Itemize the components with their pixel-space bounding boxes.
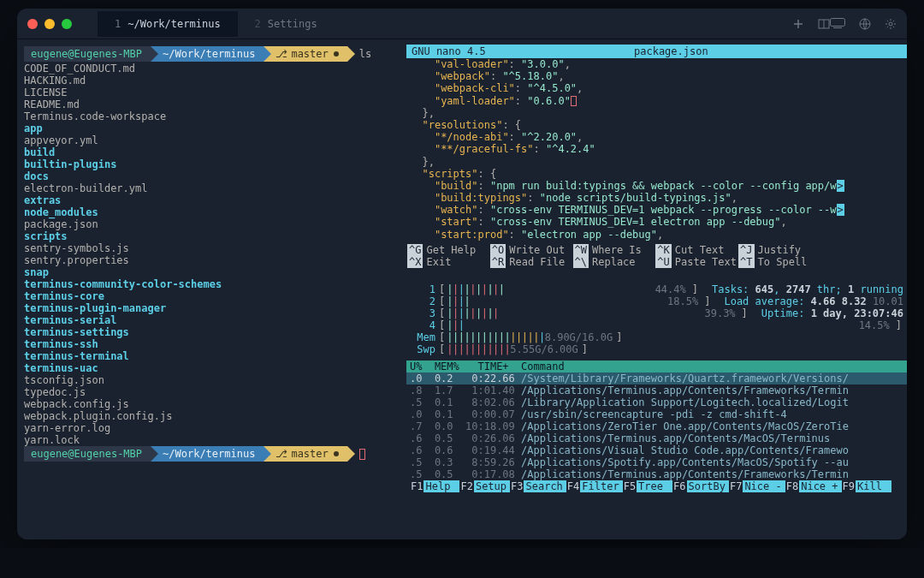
git-dirty-icon xyxy=(334,51,339,57)
svg-point-3 xyxy=(889,22,892,26)
ls-entry: terminus-community-color-schemes xyxy=(24,278,406,290)
pane-left[interactable]: eugene@Eugenes-MBP ~/Work/terminus ⎇ mas… xyxy=(17,39,406,539)
ls-entry: yarn.lock xyxy=(24,434,406,446)
htop-fkeys: F1HelpF2SetupF3SearchF4FilterF5TreeF6Sor… xyxy=(406,480,907,492)
minimize-icon[interactable] xyxy=(44,19,55,29)
maximize-icon[interactable] xyxy=(62,19,72,29)
ls-entry: LICENSE xyxy=(24,86,406,98)
ls-entry: extras xyxy=(24,194,406,206)
command-text: ls xyxy=(359,46,371,62)
ls-entry: builtin-plugins xyxy=(24,158,406,170)
ls-entry: terminus-serial xyxy=(24,314,406,326)
htop-process-row[interactable]: .5 0.5 0:17.08 /Applications/Terminus.ap… xyxy=(406,468,907,480)
ls-entry: terminus-ssh xyxy=(24,338,406,350)
htop-fkey[interactable]: F4Filter xyxy=(566,480,623,492)
nano-shortcut xyxy=(821,256,904,268)
panes: eugene@Eugenes-MBP ~/Work/terminus ⎇ mas… xyxy=(17,39,907,539)
nano-line: "watch": "cross-env TERMINUS_DEV=1 webpa… xyxy=(410,204,903,216)
nano-line: "resolutions": { xyxy=(410,119,903,131)
nano-shortcut: ^RRead File xyxy=(490,256,573,268)
tab-label: Settings xyxy=(268,18,317,30)
nano-shortcut: ^JJustify xyxy=(738,244,821,256)
nano-header: GNU nano 4.5 package.json xyxy=(406,45,907,58)
htop-fkey[interactable]: F3Search xyxy=(510,480,566,492)
git-branch-icon: ⎇ xyxy=(275,446,287,462)
htop-fkey[interactable]: F8Nice + xyxy=(785,480,842,492)
ls-entry: webpack.plugin.config.js xyxy=(24,410,406,422)
gear-icon[interactable] xyxy=(885,18,897,30)
terminal-window: 1~/Work/terminus2Settings eugene@Eugenes… xyxy=(17,9,907,539)
htop-process-row[interactable]: .0 0.2 0:22.66 /System/Library/Framework… xyxy=(406,372,907,384)
tab[interactable]: 2Settings xyxy=(238,11,335,37)
ls-entry: tsconfig.json xyxy=(24,374,406,386)
nano-line: "start": "cross-env TERMINUS_DEV=1 elect… xyxy=(410,216,903,228)
htop-process-row[interactable]: .0 0.1 0:00.07 /usr/sbin/screencapture -… xyxy=(406,408,907,420)
ls-entry: HACKING.md xyxy=(24,74,406,86)
nano-shortcut: ^\Replace xyxy=(573,256,656,268)
nano-line: "build:typings": "node scripts/build-typ… xyxy=(410,192,903,204)
keyboard-icon[interactable] xyxy=(830,18,845,30)
prompt-branch: ⎇ master xyxy=(264,446,346,462)
htop-meters: 1[||||||||||44.4%]Tasks: 645, 2747 thr; … xyxy=(406,283,907,355)
ls-entry: appveyor.yml xyxy=(24,134,406,146)
git-branch-icon: ⎇ xyxy=(275,46,287,62)
nano-shortcut: ^XExit xyxy=(407,256,490,268)
ls-entry: terminus-core xyxy=(24,290,406,302)
prompt: eugene@Eugenes-MBP ~/Work/terminus ⎇ mas… xyxy=(24,46,406,62)
htop-process-row[interactable]: .6 0.5 0:26.06 /Applications/Terminus.ap… xyxy=(406,432,907,444)
nano-shortcut: ^KCut Text xyxy=(655,244,738,256)
ls-entry: app xyxy=(24,122,406,134)
prompt-user: eugene@Eugenes-MBP xyxy=(24,46,151,62)
htop-swp-meter: Swp[|||||||||||5.55G/6.00G] xyxy=(410,343,903,355)
ls-entry: CODE_OF_CONDUCT.md xyxy=(24,63,406,74)
nano-line: "**/graceful-fs": "^4.2.4" xyxy=(410,143,903,155)
globe-icon[interactable] xyxy=(859,18,871,30)
ls-entry: sentry.properties xyxy=(24,254,406,266)
tab[interactable]: 1~/Work/terminus xyxy=(98,11,238,37)
htop-fkey[interactable]: F9Kill xyxy=(842,480,891,492)
nano-line: "*/node-abi": "^2.20.0", xyxy=(410,131,903,143)
nano-footer: ^GGet Help^OWrite Out^WWhere Is^KCut Tex… xyxy=(406,244,907,268)
new-tab-button[interactable] xyxy=(792,18,804,30)
htop-process-list: .0 0.2 0:22.66 /System/Library/Framework… xyxy=(406,372,907,480)
ls-entry: snap xyxy=(24,266,406,278)
nano-line: "start:prod": "electron app --debug", xyxy=(410,229,903,241)
ls-entry: package.json xyxy=(24,218,406,230)
ls-entry: sentry-symbols.js xyxy=(24,242,406,254)
htop-process-row[interactable]: .5 0.3 8:59.26 /Applications/Spotify.app… xyxy=(406,456,907,468)
htop-cpu-meter: 1[||||||||||44.4%]Tasks: 645, 2747 thr; … xyxy=(410,283,903,295)
htop-header: U% MEM% TIME+ Command xyxy=(406,361,907,372)
nano-title: GNU nano 4.5 xyxy=(412,45,600,58)
split-pane-button[interactable] xyxy=(818,18,830,30)
ls-entry: terminus-terminal xyxy=(24,350,406,362)
ls-entry: docs xyxy=(24,170,406,182)
svg-rect-1 xyxy=(831,18,845,26)
ls-entry: typedoc.js xyxy=(24,386,406,398)
pane-right[interactable]: GNU nano 4.5 package.json "val-loader": … xyxy=(406,39,907,539)
prompt-path: ~/Work/terminus xyxy=(151,46,264,62)
close-icon[interactable] xyxy=(27,19,38,29)
prompt-user: eugene@Eugenes-MBP xyxy=(24,446,151,462)
ls-entry: README.md xyxy=(24,98,406,110)
htop-fkey[interactable]: F2Setup xyxy=(459,480,510,492)
nano-shortcut: ^WWhere Is xyxy=(573,244,656,256)
tab-num: 1 xyxy=(115,18,121,30)
htop-fkey[interactable]: F5Tree xyxy=(623,480,672,492)
git-dirty-icon xyxy=(334,451,339,456)
nano-line: }, xyxy=(410,156,903,168)
nano-line: "val-loader": "3.0.0", xyxy=(410,58,903,70)
htop-fkey[interactable]: F6SortBy xyxy=(672,480,729,492)
ls-entry: build xyxy=(24,146,406,158)
htop-process-row[interactable]: .6 0.6 0:19.44 /Applications/Visual Stud… xyxy=(406,444,907,456)
nano-shortcut: ^TTo Spell xyxy=(738,256,821,268)
htop-fkey[interactable]: F1Help xyxy=(410,480,459,492)
tab-num: 2 xyxy=(255,18,261,30)
htop-process-row[interactable]: .5 0.1 8:02.06 /Library/Application Supp… xyxy=(406,396,907,408)
tab-bar: 1~/Work/terminus2Settings xyxy=(98,11,792,37)
htop-process-row[interactable]: .7 0.0 10:18.09 /Applications/ZeroTier O… xyxy=(406,420,907,432)
ls-output: CODE_OF_CONDUCT.mdHACKING.mdLICENSEREADM… xyxy=(24,63,406,446)
nano-line: "yaml-loader": "0.6.0" xyxy=(410,95,903,107)
htop-fkey[interactable]: F7Nice - xyxy=(729,480,785,492)
ls-entry: electron-builder.yml xyxy=(24,182,406,194)
htop-process-row[interactable]: .8 1.7 1:01.40 /Applications/Terminus.ap… xyxy=(406,384,907,396)
